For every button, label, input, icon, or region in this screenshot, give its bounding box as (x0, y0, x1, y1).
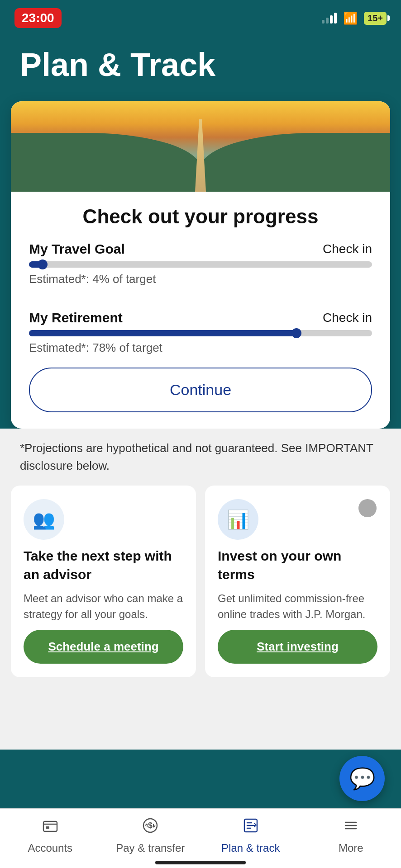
accounts-label: Accounts (28, 842, 72, 854)
invest-card-title: Invest on your own terms (218, 547, 377, 584)
retirement-goal-progress-fill (29, 330, 296, 336)
pay-transfer-icon: $ (142, 817, 159, 838)
nav-item-pay-transfer[interactable]: $ Pay & transfer (114, 817, 186, 854)
hero-title: Check out your progress (29, 205, 372, 228)
nav-item-more[interactable]: More (315, 817, 387, 854)
info-cards-section: 👥 Take the next step with an advisor Mee… (0, 486, 401, 750)
advisor-card-title: Take the next step with an advisor (24, 547, 183, 584)
page-title: Plan & Track (0, 33, 401, 101)
status-icons: 📶 15+ (322, 11, 387, 25)
nav-item-accounts[interactable]: Accounts (14, 817, 86, 854)
accounts-icon (42, 817, 59, 838)
invest-card-indicator (358, 499, 377, 517)
invest-icon: 📊 (218, 499, 258, 540)
advisor-card-description: Meet an advisor who can make a strategy … (24, 591, 183, 623)
battery-indicator: 15+ (364, 12, 387, 25)
status-time: 23:00 (14, 8, 62, 28)
advisor-icon: 👥 (24, 499, 64, 540)
svg-rect-0 (43, 821, 57, 831)
svg-rect-1 (46, 826, 49, 829)
travel-goal-progress-bg (29, 261, 372, 268)
hero-image (11, 101, 390, 192)
travel-goal-progress-fill (29, 261, 43, 268)
pay-transfer-label: Pay & transfer (116, 842, 185, 854)
more-label: More (339, 842, 363, 854)
invest-card-description: Get unlimited commission-free online tra… (218, 591, 377, 623)
invest-card: 📊 Invest on your own terms Get unlimited… (205, 486, 390, 677)
continue-button[interactable]: Continue (29, 368, 372, 412)
more-icon (342, 817, 359, 838)
advisor-card: 👥 Take the next step with an advisor Mee… (11, 486, 196, 677)
retirement-goal-progress-bg (29, 330, 372, 336)
signal-icon (322, 13, 337, 24)
bottom-navigation: Accounts $ Pay & transfer Plan & track (0, 808, 401, 868)
hero-progress-card: Check out your progress My Travel Goal C… (11, 101, 390, 429)
travel-goal-name: My Travel Goal (29, 241, 125, 257)
travel-goal-progress-dot (38, 259, 48, 269)
nav-item-plan-track[interactable]: Plan & track (215, 817, 287, 854)
goal-divider (29, 299, 372, 299)
schedule-meeting-button[interactable]: Schedule a meeting (24, 630, 183, 664)
status-bar: 23:00 📶 15+ (0, 0, 401, 33)
plan-track-label: Plan & track (221, 842, 280, 854)
disclaimer-text: *Projections are hypothetical and not gu… (0, 429, 401, 486)
chat-fab-button[interactable]: 💬 (339, 756, 385, 801)
retirement-goal-progress-dot (291, 328, 301, 338)
start-investing-button[interactable]: Start investing (218, 630, 377, 664)
retirement-goal-name: My Retirement (29, 310, 123, 326)
wifi-icon: 📶 (343, 11, 358, 25)
retirement-goal-row: My Retirement Check in Estimated*: 78% o… (29, 310, 372, 355)
travel-goal-row: My Travel Goal Check in Estimated*: 4% o… (29, 241, 372, 286)
plan-track-icon (242, 817, 259, 838)
svg-text:$: $ (148, 821, 153, 830)
travel-check-in-button[interactable]: Check in (323, 242, 372, 256)
retirement-check-in-button[interactable]: Check in (323, 311, 372, 325)
retirement-goal-estimate: Estimated*: 78% of target (29, 341, 372, 355)
home-indicator (155, 861, 246, 864)
travel-goal-estimate: Estimated*: 4% of target (29, 272, 372, 286)
